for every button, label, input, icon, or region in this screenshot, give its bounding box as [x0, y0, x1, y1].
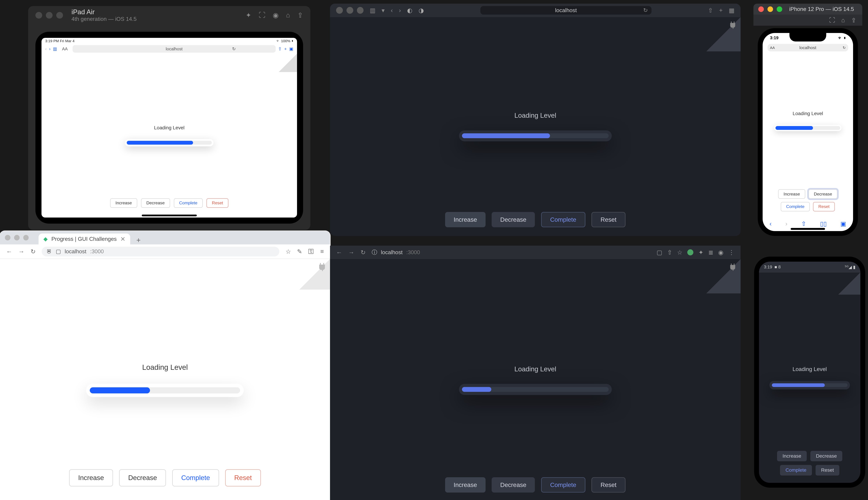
new-tab-icon[interactable]: +	[719, 7, 723, 14]
decrease-button[interactable]: Decrease	[119, 469, 166, 487]
decrease-button[interactable]: Decrease	[141, 198, 170, 208]
traffic-lights[interactable]	[336, 7, 364, 14]
screenshot-icon[interactable]: ⛶	[259, 11, 265, 19]
bookmarks-icon[interactable]: ▯▯	[820, 220, 827, 227]
reset-button[interactable]: Reset	[592, 212, 626, 227]
home-icon[interactable]: ⌂	[841, 17, 845, 24]
page-info-icon[interactable]: ⓘ	[372, 249, 377, 256]
safari-url-field[interactable]: localhost ↻	[480, 6, 652, 14]
refresh-icon[interactable]: ↻	[31, 248, 36, 255]
close-icon[interactable]	[758, 7, 764, 12]
home-indicator[interactable]	[142, 215, 197, 216]
close-icon[interactable]	[5, 235, 10, 240]
share-icon[interactable]: ⇪	[297, 11, 303, 19]
increase-button[interactable]: Increase	[778, 189, 805, 199]
traffic-lights[interactable]	[5, 235, 28, 240]
url-input[interactable]: ⓘ localhost:3000	[372, 249, 650, 256]
extensions-icon[interactable]: ✦	[698, 249, 704, 256]
share-icon[interactable]: ⇧	[667, 249, 672, 256]
minimize-icon[interactable]	[46, 12, 53, 19]
dev-corner-fold[interactable]	[299, 259, 330, 289]
refresh-icon[interactable]: ↻	[232, 46, 236, 52]
url-input[interactable]: ⛨ ▢ localhost:3000	[42, 247, 279, 257]
chevron-down-icon[interactable]: ▾	[381, 7, 385, 14]
share-icon[interactable]: ⇪	[851, 17, 856, 24]
sparkle-icon[interactable]: ✦	[245, 11, 251, 19]
shield-icon[interactable]: ⛨	[47, 248, 52, 255]
eyedropper-icon[interactable]: ✎	[297, 248, 302, 255]
extension-vis-icon[interactable]	[687, 249, 693, 255]
zoom-icon[interactable]	[357, 7, 364, 14]
new-tab-icon[interactable]: +	[284, 46, 287, 52]
profile-icon[interactable]: ◉	[718, 249, 723, 256]
minimize-icon[interactable]	[14, 235, 20, 240]
refresh-icon[interactable]: ↻	[643, 7, 648, 13]
increase-button[interactable]: Increase	[69, 469, 113, 487]
text-size-icon[interactable]: AA	[770, 46, 775, 50]
text-size-icon[interactable]: AA	[59, 46, 70, 52]
screenshot-icon[interactable]: ⛶	[829, 17, 835, 24]
increase-button[interactable]: Increase	[445, 477, 486, 492]
minimize-icon[interactable]	[767, 7, 773, 12]
complete-button[interactable]: Complete	[174, 198, 203, 208]
dev-corner-fold[interactable]	[706, 17, 741, 52]
back-icon[interactable]: ‹	[391, 7, 393, 14]
home-icon[interactable]: ⌂	[286, 11, 290, 19]
iphone-url-field[interactable]: AA localhost ↻	[767, 44, 848, 51]
reset-button[interactable]: Reset	[592, 477, 626, 492]
tabs-icon[interactable]: ▦	[729, 7, 734, 14]
decrease-button[interactable]: Decrease	[492, 212, 535, 227]
complete-button[interactable]: Complete	[172, 469, 219, 487]
key-icon[interactable]: ⚿	[308, 248, 314, 255]
tabs-icon[interactable]: ▣	[841, 220, 846, 227]
increase-button[interactable]: Increase	[777, 451, 807, 461]
new-tab-icon[interactable]: +	[133, 236, 144, 245]
sidebar-icon[interactable]: ▥	[53, 46, 57, 52]
reading-list-icon[interactable]: ≣	[708, 249, 713, 256]
increase-button[interactable]: Increase	[110, 198, 137, 208]
shield-icon[interactable]: ◐	[407, 7, 412, 14]
complete-button[interactable]: Complete	[541, 212, 585, 227]
decrease-button[interactable]: Decrease	[809, 189, 838, 199]
dev-corner-fold[interactable]	[838, 273, 860, 295]
refresh-icon[interactable]: ↻	[843, 45, 846, 50]
traffic-lights[interactable]	[35, 12, 63, 19]
traffic-lights[interactable]	[758, 7, 782, 12]
complete-button[interactable]: Complete	[541, 477, 585, 492]
record-icon[interactable]: ◉	[273, 11, 278, 19]
forward-icon[interactable]: ›	[785, 220, 787, 227]
reset-button[interactable]: Reset	[206, 198, 228, 208]
minimize-icon[interactable]	[346, 7, 353, 14]
page-info-icon[interactable]: ▢	[56, 248, 61, 255]
menu-icon[interactable]: ⋮	[728, 249, 734, 256]
menu-icon[interactable]: ≡	[320, 248, 324, 255]
share-icon[interactable]: ⇧	[278, 46, 282, 52]
decrease-button[interactable]: Decrease	[492, 477, 535, 492]
tabs-icon[interactable]: ▣	[289, 46, 293, 52]
forward-icon[interactable]: ›	[399, 7, 401, 14]
forward-icon[interactable]: ›	[49, 46, 50, 52]
complete-button[interactable]: Complete	[781, 202, 810, 212]
close-icon[interactable]	[35, 12, 42, 19]
share-icon[interactable]: ⇧	[801, 220, 806, 227]
refresh-icon[interactable]: ↻	[361, 249, 366, 256]
sidebar-icon[interactable]: ▥	[370, 7, 376, 14]
dev-corner-fold[interactable]	[706, 259, 741, 293]
reset-button[interactable]: Reset	[225, 469, 261, 487]
bookmark-star-icon[interactable]: ☆	[286, 248, 291, 255]
zoom-icon[interactable]	[56, 12, 63, 19]
tab-close-icon[interactable]: ✕	[120, 236, 125, 242]
share-icon[interactable]: ⇧	[708, 7, 713, 14]
reset-button[interactable]: Reset	[813, 202, 835, 212]
bookmark-star-icon[interactable]: ☆	[677, 249, 683, 256]
back-icon[interactable]: ‹	[769, 220, 772, 227]
cast-icon[interactable]: ▢	[656, 249, 662, 256]
forward-icon[interactable]: →	[348, 249, 354, 256]
reset-button[interactable]: Reset	[815, 465, 840, 475]
home-indicator[interactable]	[791, 228, 825, 230]
back-icon[interactable]: ←	[336, 249, 342, 256]
complete-button[interactable]: Complete	[780, 465, 812, 475]
zoom-icon[interactable]	[777, 7, 782, 12]
close-icon[interactable]	[336, 7, 343, 14]
zoom-icon[interactable]	[23, 235, 29, 240]
